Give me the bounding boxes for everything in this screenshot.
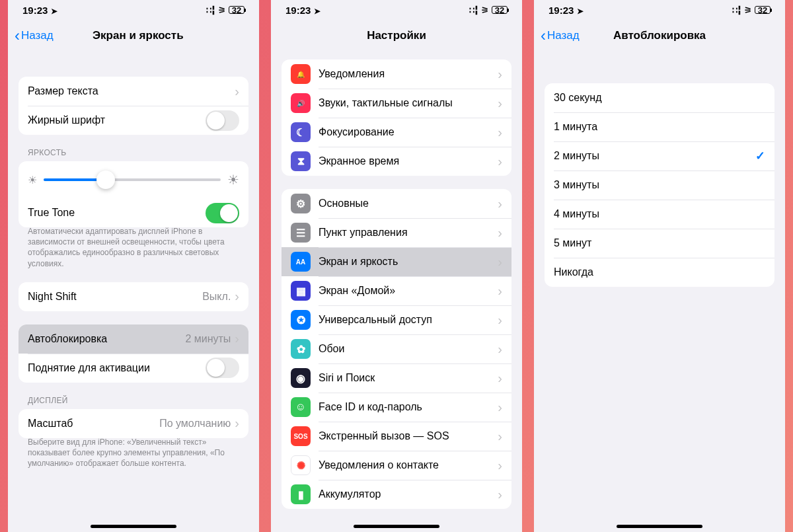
- settings-row[interactable]: AAЭкран и яркость›: [282, 247, 511, 276]
- settings-row[interactable]: ⧗Экранное время›: [282, 147, 511, 176]
- settings-label: Экран «Домой»: [319, 285, 498, 297]
- text-size-row[interactable]: Размер текста ›: [19, 77, 248, 106]
- settings-row[interactable]: ⚙Основные›: [282, 189, 511, 218]
- bold-text-row[interactable]: Жирный шрифт: [19, 106, 248, 135]
- nav-bar: ‹ Назад Экран и яркость: [8, 20, 259, 52]
- chevron-right-icon: ›: [498, 96, 502, 111]
- chevron-right-icon: ›: [498, 313, 502, 328]
- settings-row[interactable]: ✿Обои›: [282, 334, 511, 363]
- app-icon: 🔊: [291, 93, 311, 113]
- raise-to-wake-row[interactable]: Поднятие для активации: [19, 354, 248, 383]
- battery-icon: 32: [492, 6, 508, 14]
- autolock-option[interactable]: 2 минуты✓: [545, 141, 774, 171]
- chevron-left-icon: ‹: [15, 28, 20, 44]
- status-bar: 19:23 ➤ ∷╏ ⚞ 32: [534, 0, 785, 20]
- settings-row[interactable]: ▮Аккумулятор›: [282, 480, 511, 509]
- raise-wake-label: Поднятие для активации: [28, 362, 206, 374]
- settings-label: Siri и Поиск: [319, 372, 498, 384]
- settings-label: Face ID и код-пароль: [319, 401, 498, 413]
- back-button[interactable]: ‹ Назад: [541, 28, 580, 44]
- bold-text-switch[interactable]: [206, 110, 239, 131]
- app-icon: ⧗: [291, 151, 311, 171]
- chevron-right-icon: ›: [498, 196, 502, 211]
- settings-row[interactable]: SOSЭкстренный вызов — SOS›: [282, 422, 511, 451]
- autolock-label: Автоблокировка: [28, 333, 185, 345]
- phone-settings: 19:23 ➤ ∷╏ ⚞ 32 Настройки 🔔Уведомления›🔊…: [271, 0, 522, 532]
- settings-label: Универсальный доступ: [319, 314, 498, 326]
- brightness-slider[interactable]: [44, 178, 221, 181]
- app-icon: ◉: [291, 368, 311, 388]
- autolock-option[interactable]: Никогда: [545, 258, 774, 287]
- chevron-right-icon: ›: [235, 289, 239, 304]
- true-tone-switch[interactable]: [206, 203, 239, 223]
- settings-row[interactable]: ☰Пункт управления›: [282, 218, 511, 247]
- text-size-label: Размер текста: [28, 85, 235, 97]
- back-label: Назад: [21, 29, 54, 42]
- option-label: 2 минуты: [554, 150, 755, 162]
- app-icon: ▦: [291, 281, 311, 301]
- night-shift-row[interactable]: Night Shift Выкл. ›: [19, 282, 248, 311]
- chevron-right-icon: ›: [498, 371, 502, 386]
- option-label: 4 минуты: [554, 208, 765, 220]
- settings-label: Фокусирование: [319, 126, 498, 138]
- home-indicator[interactable]: [617, 525, 702, 528]
- chevron-right-icon: ›: [498, 154, 502, 169]
- home-indicator[interactable]: [354, 525, 439, 528]
- autolock-option[interactable]: 4 минуты: [545, 200, 774, 229]
- night-shift-label: Night Shift: [28, 291, 202, 303]
- app-icon: ☺: [291, 397, 311, 417]
- autolock-option[interactable]: 30 секунд: [545, 83, 774, 112]
- autolock-option[interactable]: 1 минута: [545, 112, 774, 141]
- status-bar: 19:23 ➤ ∷╏ ⚞ 32: [8, 0, 259, 20]
- settings-row[interactable]: ✺Уведомления о контакте›: [282, 451, 511, 480]
- autolock-option[interactable]: 5 минут: [545, 229, 774, 258]
- settings-row[interactable]: ☾Фокусирование›: [282, 118, 511, 147]
- content-area: Размер текста › Жирный шрифт ЯРКОСТЬ ☀︎ …: [8, 52, 259, 532]
- app-icon: ✿: [291, 339, 311, 359]
- wifi-icon: ⚞: [744, 5, 752, 15]
- location-icon: ➤: [577, 7, 584, 16]
- settings-row[interactable]: 🔊Звуки, тактильные сигналы›: [282, 89, 511, 118]
- status-time: 19:23 ➤: [285, 5, 321, 16]
- settings-row[interactable]: ▦Экран «Домой»›: [282, 276, 511, 305]
- option-label: 5 минут: [554, 237, 765, 249]
- true-tone-row[interactable]: True Tone: [19, 198, 248, 227]
- chevron-right-icon: ›: [498, 284, 502, 299]
- settings-label: Экранное время: [319, 155, 498, 167]
- zoom-note: Выберите вид для iPhone: «Увеличенный те…: [19, 433, 248, 469]
- content-area: 🔔Уведомления›🔊Звуки, тактильные сигналы›…: [271, 52, 522, 532]
- option-label: 1 минута: [554, 121, 765, 133]
- battery-icon: 32: [755, 6, 771, 14]
- bold-text-label: Жирный шрифт: [28, 114, 206, 126]
- settings-label: Пункт управления: [319, 227, 498, 239]
- chevron-right-icon: ›: [235, 416, 239, 431]
- option-label: 3 минуты: [554, 179, 765, 191]
- phone-autolock: 19:23 ➤ ∷╏ ⚞ 32 ‹ Назад Автоблокировка 3…: [534, 0, 785, 532]
- back-button[interactable]: ‹ Назад: [15, 28, 54, 44]
- settings-label: Аккумулятор: [319, 488, 498, 500]
- app-icon: ✺: [291, 455, 311, 475]
- settings-row[interactable]: ✪Универсальный доступ›: [282, 305, 511, 334]
- zoom-row[interactable]: Масштаб По умолчанию ›: [19, 409, 248, 438]
- night-shift-value: Выкл.: [202, 291, 231, 303]
- autolock-row[interactable]: Автоблокировка 2 минуты ›: [19, 324, 248, 354]
- settings-label: Обои: [319, 343, 498, 355]
- autolock-option[interactable]: 3 минуты: [545, 171, 774, 200]
- app-icon: ▮: [291, 484, 311, 504]
- home-indicator[interactable]: [91, 525, 176, 528]
- checkmark-icon: ✓: [755, 149, 765, 163]
- raise-wake-switch[interactable]: [206, 358, 239, 378]
- brightness-slider-row: ☀︎ ☀︎: [19, 161, 248, 198]
- option-label: Никогда: [554, 266, 765, 278]
- page-title: Настройки: [367, 29, 426, 42]
- settings-row[interactable]: ◉Siri и Поиск›: [282, 363, 511, 393]
- settings-row[interactable]: ☺Face ID и код-пароль›: [282, 393, 511, 422]
- page-title: Автоблокировка: [613, 29, 706, 42]
- chevron-right-icon: ›: [498, 487, 502, 502]
- battery-icon: 32: [229, 6, 245, 14]
- signal-icon: ∷╏: [732, 5, 741, 15]
- settings-row[interactable]: 🔔Уведомления›: [282, 59, 511, 89]
- app-icon: ✪: [291, 310, 311, 330]
- app-icon: ☰: [291, 223, 311, 243]
- autolock-value: 2 минуты: [185, 333, 231, 345]
